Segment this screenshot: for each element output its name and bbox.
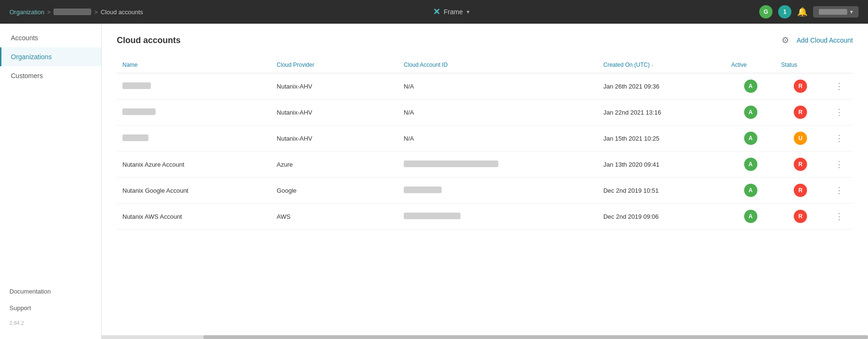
active-badge: A [744, 80, 757, 93]
app-version: 2.84.2 [0, 316, 101, 330]
cell-provider: Azure [271, 152, 398, 178]
topnav-right-actions: G 1 🔔 ▾ [759, 5, 859, 18]
cell-active: A [726, 125, 776, 152]
table-header-row: Name Cloud Provider Cloud Account ID Cre… [117, 57, 853, 73]
row-menu-button[interactable]: ⋮ [831, 184, 847, 197]
cell-name: Nutanix Azure Account [117, 152, 271, 178]
cell-created: Dec 2nd 2019 09:06 [598, 204, 726, 230]
cell-created: Jan 22nd 2021 13:16 [598, 99, 726, 125]
cell-active: A [726, 99, 776, 125]
cell-name [117, 73, 271, 99]
cell-status: R [775, 73, 825, 99]
col-header-status: Status [775, 57, 825, 73]
cell-name: Nutanix AWS Account [117, 204, 271, 230]
cell-active: A [726, 73, 776, 99]
filter-icon[interactable]: ⚙ [781, 35, 789, 45]
cell-created: Jan 15th 2021 10:25 [598, 125, 726, 152]
cell-row-actions: ⋮ [825, 125, 853, 152]
row-menu-button[interactable]: ⋮ [831, 158, 847, 171]
table-row: Nutanix-AHVN/AJan 26th 2021 09:36AR⋮ [117, 73, 853, 99]
cell-created: Jan 13th 2020 09:41 [598, 152, 726, 178]
cell-provider: Nutanix-AHV [271, 73, 398, 99]
main-layout: Accounts Organizations Customers Documen… [0, 24, 868, 339]
scrollbar-thumb[interactable] [203, 335, 868, 339]
cell-provider: AWS [271, 204, 398, 230]
page-title: Cloud accounts [117, 36, 181, 45]
cell-created: Jan 26th 2021 09:36 [598, 73, 726, 99]
col-header-account-id: Cloud Account ID [398, 57, 598, 73]
col-header-created[interactable]: Created On (UTC) [598, 57, 726, 73]
cell-provider: Nutanix-AHV [271, 99, 398, 125]
status-badge: U [794, 132, 807, 145]
cell-row-actions: ⋮ [825, 73, 853, 99]
status-green-icon[interactable]: G [759, 5, 773, 18]
cell-name [117, 125, 271, 152]
cell-status: R [775, 178, 825, 204]
active-badge: A [744, 184, 757, 197]
cell-row-actions: ⋮ [825, 204, 853, 230]
sidebar-item-accounts[interactable]: Accounts [0, 28, 101, 47]
add-cloud-account-button[interactable]: Add Cloud Account [797, 36, 853, 44]
user-menu-chevron: ▾ [850, 9, 853, 15]
cell-account-id: N/A [398, 125, 598, 152]
content-inner: Cloud accounts ⚙ Add Cloud Account Name … [102, 24, 868, 335]
status-badge: R [794, 184, 807, 197]
table-row: Nutanix Google AccountGoogleDec 2nd 2019… [117, 178, 853, 204]
header-actions: ⚙ Add Cloud Account [781, 35, 853, 45]
cell-account-id: N/A [398, 73, 598, 99]
status-badge: R [794, 106, 807, 119]
status-badge: R [794, 210, 807, 223]
active-badge: A [744, 210, 757, 223]
frame-x-icon: ✕ [433, 7, 440, 17]
sidebar-item-organizations[interactable]: Organizations [0, 47, 101, 66]
frame-chevron-icon: ▾ [467, 9, 469, 15]
cell-status: R [775, 204, 825, 230]
bell-icon[interactable]: 🔔 [797, 7, 807, 17]
row-menu-button[interactable]: ⋮ [831, 106, 847, 119]
cell-account-id: N/A [398, 99, 598, 125]
row-menu-button[interactable]: ⋮ [831, 210, 847, 223]
cell-account-id [398, 152, 598, 178]
status-badge: R [794, 158, 807, 171]
cell-status: R [775, 152, 825, 178]
sidebar-nav: Accounts Organizations Customers [0, 28, 101, 283]
main-content: Cloud accounts ⚙ Add Cloud Account Name … [102, 24, 868, 339]
cell-active: A [726, 204, 776, 230]
sidebar-documentation[interactable]: Documentation [0, 283, 101, 300]
table-row: Nutanix AWS AccountAWSDec 2nd 2019 09:06… [117, 204, 853, 230]
user-menu-button[interactable]: ▾ [813, 6, 859, 18]
col-header-active: Active [726, 57, 776, 73]
cloud-accounts-table: Name Cloud Provider Cloud Account ID Cre… [117, 57, 853, 230]
horizontal-scrollbar[interactable] [102, 335, 868, 339]
sidebar-bottom: Documentation Support 2.84.2 [0, 283, 101, 339]
col-header-provider: Cloud Provider [271, 57, 398, 73]
frame-selector[interactable]: ✕ Frame ▾ [433, 7, 469, 17]
active-badge: A [744, 106, 757, 119]
breadcrumb: Organization > > Cloud accounts [9, 9, 143, 16]
row-menu-button[interactable]: ⋮ [831, 80, 847, 93]
cell-status: U [775, 125, 825, 152]
sidebar-item-customers[interactable]: Customers [0, 66, 101, 85]
sidebar-support[interactable]: Support [0, 300, 101, 316]
active-badge: A [744, 158, 757, 171]
breadcrumb-middle [53, 9, 91, 15]
cell-provider: Nutanix-AHV [271, 125, 398, 152]
table-row: Nutanix Azure AccountAzureJan 13th 2020 … [117, 152, 853, 178]
active-badge: A [744, 132, 757, 145]
sidebar: Accounts Organizations Customers Documen… [0, 24, 102, 339]
col-header-name: Name [117, 57, 271, 73]
cell-provider: Google [271, 178, 398, 204]
cell-account-id [398, 178, 598, 204]
cell-active: A [726, 152, 776, 178]
col-header-actions [825, 57, 853, 73]
user-name-blurred [819, 9, 847, 15]
cell-account-id [398, 204, 598, 230]
cell-row-actions: ⋮ [825, 99, 853, 125]
page-header: Cloud accounts ⚙ Add Cloud Account [117, 35, 853, 45]
top-navigation: Organization > > Cloud accounts ✕ Frame … [0, 0, 868, 24]
breadcrumb-org[interactable]: Organization [9, 9, 44, 16]
row-menu-button[interactable]: ⋮ [831, 132, 847, 145]
frame-label: Frame [444, 8, 463, 16]
notification-count-icon[interactable]: 1 [778, 5, 791, 18]
cell-row-actions: ⋮ [825, 178, 853, 204]
